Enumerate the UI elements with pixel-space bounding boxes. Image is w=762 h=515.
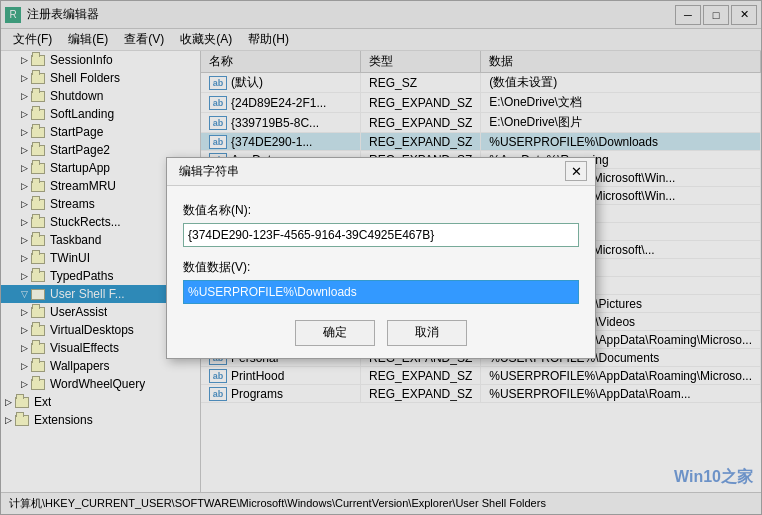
dialog-ok-button[interactable]: 确定 (295, 320, 375, 346)
data-label: 数值数据(V): (183, 259, 579, 276)
name-input[interactable] (183, 223, 579, 247)
dialog-cancel-button[interactable]: 取消 (387, 320, 467, 346)
dialog-overlay: 编辑字符串 ✕ 数值名称(N): 数值数据(V): 确定 取消 (1, 1, 761, 514)
main-window: R 注册表编辑器 ─ □ ✕ 文件(F) 编辑(E) 查看(V) 收藏夹(A) … (0, 0, 762, 515)
name-label: 数值名称(N): (183, 202, 579, 219)
dialog-body: 数值名称(N): 数值数据(V): 确定 取消 (167, 186, 595, 358)
data-input[interactable] (183, 280, 579, 304)
dialog-title: 编辑字符串 (179, 163, 239, 180)
dialog-buttons: 确定 取消 (183, 320, 579, 346)
edit-string-dialog: 编辑字符串 ✕ 数值名称(N): 数值数据(V): 确定 取消 (166, 157, 596, 359)
dialog-title-bar: 编辑字符串 ✕ (167, 158, 595, 186)
dialog-close-button[interactable]: ✕ (565, 161, 587, 181)
